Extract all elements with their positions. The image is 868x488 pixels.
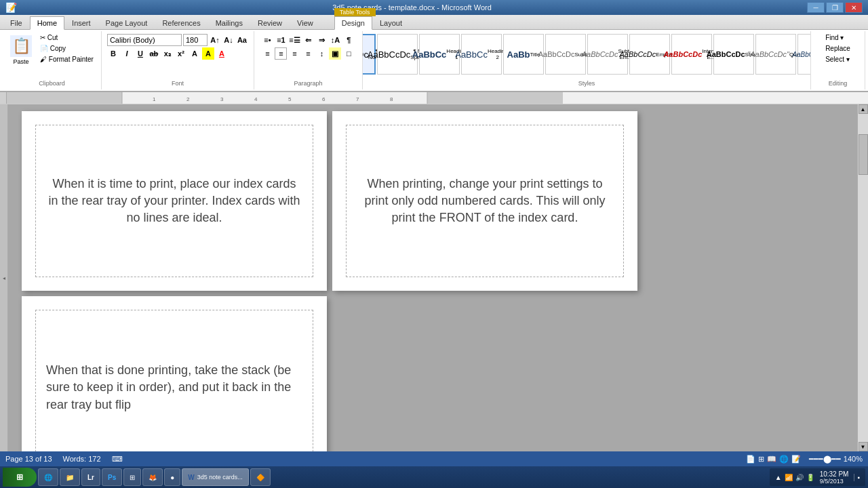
view-print-icon[interactable]: 📄: [746, 455, 755, 464]
increase-indent-button[interactable]: ⇒: [315, 34, 328, 46]
page-card-2[interactable]: When printing, change your print setting…: [332, 111, 637, 291]
style-subtitle[interactable]: AaBbCcDc Subtitle: [545, 34, 586, 75]
sidebar-handle[interactable]: ◂: [0, 104, 8, 451]
font-name-input[interactable]: [107, 34, 182, 46]
page-card-1[interactable]: When it is time to print, place our inde…: [22, 111, 327, 291]
svg-text:7: 7: [356, 96, 359, 102]
tab-page-layout[interactable]: Page Layout: [98, 16, 155, 29]
select-button[interactable]: Select ▾: [822, 54, 854, 64]
svg-text:2: 2: [186, 96, 190, 102]
editing-label: Editing: [829, 80, 848, 88]
scroll-down-button[interactable]: ▼: [859, 442, 868, 451]
tab-view[interactable]: View: [290, 16, 321, 29]
text-effect-button[interactable]: A: [189, 47, 201, 60]
tray-volume: 🔊: [795, 474, 804, 481]
page-card-3[interactable]: When that is done printing, take the sta…: [22, 296, 327, 451]
view-web-icon[interactable]: 🌐: [779, 455, 789, 464]
taskbar-firefox[interactable]: 🦊: [142, 468, 163, 486]
card-inner-1: When it is time to print, place our inde…: [35, 125, 313, 277]
ie-icon: 🌐: [44, 474, 52, 481]
style-quote[interactable]: "AaBbCcDc" Quote: [755, 34, 796, 75]
align-left-button[interactable]: ≡: [261, 47, 273, 60]
card-text-1: When it is time to print, place our inde…: [46, 176, 302, 227]
zoom-slider[interactable]: ━━━⬤━━: [809, 455, 841, 464]
restore-button[interactable]: ❐: [826, 2, 844, 13]
tab-home[interactable]: Home: [30, 16, 64, 30]
justify-button[interactable]: ≡: [302, 47, 314, 60]
text-highlight-button[interactable]: A: [202, 47, 214, 60]
close-button[interactable]: ✕: [845, 2, 863, 13]
style-heading2[interactable]: AaBbCc Heading 2: [461, 34, 502, 75]
view-read-icon[interactable]: 📖: [767, 455, 776, 464]
view-draft-icon[interactable]: 📝: [791, 455, 801, 464]
align-center-button[interactable]: ≡: [275, 47, 287, 60]
shrink-font-button[interactable]: A↓: [222, 34, 235, 46]
svg-text:3: 3: [220, 96, 224, 102]
multilevel-button[interactable]: ≡☰: [288, 34, 300, 46]
svg-text:5: 5: [288, 96, 292, 102]
vertical-scrollbar[interactable]: ▲ ▼: [857, 104, 868, 451]
document-scroll-area[interactable]: When it is time to print, place our inde…: [8, 104, 857, 451]
tab-layout[interactable]: Layout: [372, 16, 410, 29]
tab-mailings[interactable]: Mailings: [208, 16, 250, 29]
paste-button[interactable]: 📋 Paste: [7, 33, 35, 68]
numbering-button[interactable]: ≡1: [275, 34, 287, 46]
view-fullscreen-icon[interactable]: ⊞: [758, 455, 764, 464]
shading-button[interactable]: ▣: [329, 47, 341, 60]
svg-text:8: 8: [390, 96, 393, 102]
font-area: A↑ A↓ Aa B I U ab x₂ x² A A A: [106, 33, 250, 61]
styles-area: AaBbCcDc ¶ Normal AaBbCcDc ¶ No Spac... …: [363, 33, 811, 76]
svg-text:4: 4: [254, 96, 258, 102]
bullets-button[interactable]: ≡•: [261, 34, 273, 46]
tab-references[interactable]: References: [155, 16, 208, 29]
tab-review[interactable]: Review: [250, 16, 290, 29]
start-button[interactable]: ⊞: [3, 468, 37, 487]
tab-file[interactable]: File: [3, 16, 30, 29]
tab-design[interactable]: Design: [334, 16, 372, 30]
taskbar-folder[interactable]: 📁: [60, 468, 80, 486]
cards-top-row: When it is time to print, place our inde…: [22, 111, 844, 291]
font-size-input[interactable]: [183, 34, 208, 46]
show-desktop-button[interactable]: ▪: [854, 474, 860, 481]
taskbar-vlc[interactable]: 🔶: [250, 468, 271, 486]
tab-insert[interactable]: Insert: [64, 16, 98, 29]
style-intense-q[interactable]: AaBbCcDc Intense Q...: [797, 34, 811, 75]
title-bar: 📝 3d5 note cards - template.docx - Micro…: [0, 0, 868, 15]
superscript-button[interactable]: x²: [175, 47, 187, 60]
subscript-button[interactable]: x₂: [161, 47, 174, 60]
scroll-up-button[interactable]: ▲: [859, 104, 868, 114]
ps-icon: Ps: [108, 474, 116, 481]
strikethrough-button[interactable]: ab: [148, 47, 160, 60]
svg-rect-2: [122, 92, 427, 104]
scroll-thumb[interactable]: [859, 134, 868, 175]
chrome-icon: ●: [170, 474, 174, 481]
grow-font-button[interactable]: A↑: [209, 34, 221, 46]
sort-button[interactable]: ↕A: [329, 34, 341, 46]
borders-button[interactable]: □: [342, 47, 355, 60]
copy-button[interactable]: 📄 Copy: [37, 43, 97, 54]
taskbar-ie[interactable]: 🌐: [38, 468, 58, 486]
tray-network: 📶: [785, 474, 793, 481]
decrease-indent-button[interactable]: ⇐: [302, 34, 314, 46]
format-painter-button[interactable]: 🖌 Format Painter: [37, 54, 97, 64]
style-heading1[interactable]: AaBbCc Heading 1: [419, 34, 460, 75]
bold-button[interactable]: B: [107, 47, 119, 60]
taskbar-ps[interactable]: Ps: [102, 468, 122, 486]
minimize-button[interactable]: ─: [807, 2, 825, 13]
taskbar-word[interactable]: W 3d5 note cards...: [182, 468, 249, 486]
taskbar-lr[interactable]: Lr: [81, 468, 100, 486]
replace-button[interactable]: Replace: [822, 43, 854, 54]
show-para-button[interactable]: ¶: [342, 34, 355, 46]
vlc-icon: 🔶: [256, 474, 264, 481]
taskbar-chrome[interactable]: ●: [164, 468, 180, 486]
italic-button[interactable]: I: [121, 47, 133, 60]
find-button[interactable]: Find ▾: [822, 33, 854, 43]
clear-format-button[interactable]: Aa: [236, 34, 248, 46]
cut-button[interactable]: ✂ Cut: [37, 33, 97, 43]
font-color-button[interactable]: A: [216, 47, 228, 60]
underline-button[interactable]: U: [134, 47, 146, 60]
page-info: Page 13 of 13: [5, 455, 52, 463]
align-right-button[interactable]: ≡: [288, 47, 300, 60]
taskbar-windows[interactable]: ⊞: [123, 468, 141, 486]
line-spacing-button[interactable]: ↕: [315, 47, 328, 60]
